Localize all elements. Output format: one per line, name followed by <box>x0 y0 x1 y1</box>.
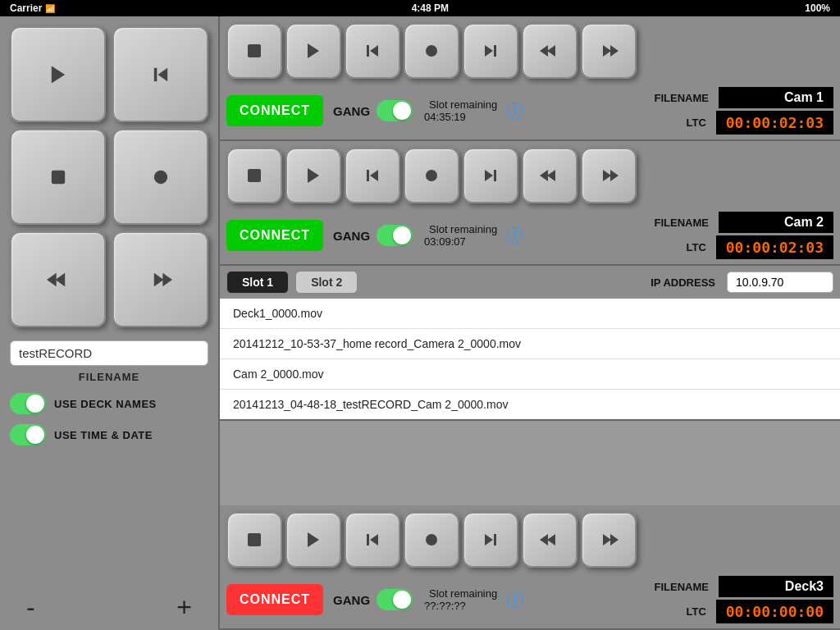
svg-marker-25 <box>485 170 493 181</box>
fast-forward-button[interactable] <box>112 231 208 327</box>
deck1-filename-row: FILENAME Cam 1 <box>655 87 833 108</box>
deck3-filename-ltc: FILENAME Deck3 LTC 00:00:00:00 <box>655 576 833 623</box>
deck2-rewind-button[interactable] <box>522 148 578 203</box>
deck2-filename-row: FILENAME Cam 2 <box>655 212 833 233</box>
svg-marker-17 <box>540 45 548 57</box>
deck3-fastfwd-button[interactable] <box>581 512 637 568</box>
deck1-record-button[interactable] <box>404 23 459 79</box>
svg-marker-22 <box>370 170 378 181</box>
deck3-skip-fwd-button[interactable] <box>463 512 518 568</box>
deck1-rewind-button[interactable] <box>522 23 578 79</box>
svg-marker-39 <box>540 534 548 546</box>
deck1-connect-button[interactable]: CONNECT <box>226 95 323 126</box>
play-button[interactable] <box>10 26 106 122</box>
use-deck-names-toggle[interactable] <box>10 393 46 414</box>
deck3-rewind-button[interactable] <box>522 512 578 568</box>
deck1-ltc-key: LTC <box>686 116 705 129</box>
slot2-button[interactable]: Slot 2 <box>295 271 358 294</box>
svg-marker-38 <box>547 534 555 546</box>
deck2-ltc-key: LTC <box>686 241 705 253</box>
deck3-gang-toggle[interactable] <box>377 589 413 610</box>
record-button[interactable] <box>112 129 208 225</box>
svg-marker-8 <box>162 272 172 285</box>
deck2-record-button[interactable] <box>404 148 459 203</box>
deck1-play-button[interactable] <box>285 23 341 79</box>
svg-marker-41 <box>610 534 619 546</box>
deck3-skip-back-button[interactable] <box>345 512 400 568</box>
file-item-0[interactable]: Deck1_0000.mov <box>220 299 840 329</box>
file-item-2[interactable]: Cam 2_0000.mov <box>220 359 840 390</box>
deck3-stop-button[interactable] <box>226 512 282 568</box>
file-item-1[interactable]: 20141212_10-53-37_home record_Camera 2_0… <box>220 329 840 359</box>
deck3-connect-button[interactable]: CONNECT <box>226 584 323 615</box>
deck1-skip-back-button[interactable] <box>345 23 400 79</box>
deck1-ltc-row: LTC 00:00:02:03 <box>686 111 833 135</box>
svg-marker-32 <box>308 532 319 547</box>
deck1-slot-time: 04:35:19 <box>424 111 497 123</box>
svg-marker-33 <box>370 534 378 546</box>
svg-rect-15 <box>494 45 496 57</box>
skip-back-button[interactable] <box>112 26 208 122</box>
svg-marker-6 <box>47 272 57 285</box>
deck3-play-button[interactable] <box>285 512 341 568</box>
deck3-info-icon[interactable]: i <box>507 591 523 608</box>
deck2-section: CONNECT GANG Slot remaining 03:09:07 i F… <box>220 141 840 266</box>
deck2-stop-button[interactable] <box>226 148 282 203</box>
deck1-filename-value: Cam 1 <box>719 87 833 108</box>
deck2-filename-value: Cam 2 <box>719 212 833 233</box>
deck3-filename-row: FILENAME Deck3 <box>655 576 833 597</box>
deck2-play-button[interactable] <box>285 148 341 203</box>
plus-button[interactable]: + <box>176 594 192 620</box>
svg-rect-26 <box>494 170 496 181</box>
deck1-skip-fwd-button[interactable] <box>463 23 518 79</box>
minus-button[interactable]: - <box>26 594 35 620</box>
stop-button[interactable] <box>10 129 106 225</box>
use-time-date-toggle[interactable] <box>10 424 46 445</box>
svg-marker-16 <box>547 45 555 57</box>
deck2-info-icon[interactable]: i <box>507 227 523 244</box>
svg-marker-1 <box>158 67 167 80</box>
deck2-skip-fwd-button[interactable] <box>463 148 518 203</box>
deck2-gang-toggle[interactable] <box>377 225 413 246</box>
deck1-transport-row <box>220 16 840 82</box>
svg-marker-7 <box>153 272 163 285</box>
status-bar: Carrier 📶 4:48 PM 100% <box>0 0 840 16</box>
svg-marker-11 <box>370 45 378 57</box>
deck3-slot-time: ??:??:?? <box>424 600 497 612</box>
slot1-button[interactable]: Slot 1 <box>226 271 289 294</box>
svg-rect-31 <box>248 533 261 546</box>
deck2-skip-back-button[interactable] <box>345 148 400 203</box>
deck1-fastfwd-button[interactable] <box>581 23 637 79</box>
svg-marker-0 <box>51 66 64 83</box>
deck2-filename-ltc: FILENAME Cam 2 LTC 00:00:02:03 <box>655 212 833 259</box>
deck2-gang-label: GANG <box>333 229 370 243</box>
svg-marker-21 <box>308 168 319 183</box>
svg-marker-10 <box>308 43 319 58</box>
deck1-stop-button[interactable] <box>226 23 282 79</box>
use-deck-names-label: USE DECK NAMES <box>54 398 157 410</box>
svg-rect-34 <box>367 534 369 546</box>
deck2-slot-time: 03:09:07 <box>424 235 497 248</box>
svg-marker-19 <box>610 45 619 57</box>
plus-minus-row: - + <box>10 594 208 620</box>
rewind-button[interactable] <box>10 231 106 327</box>
deck3-section: CONNECT GANG Slot remaining ??:??:?? i F… <box>220 505 840 630</box>
carrier-wifi: Carrier 📶 <box>10 2 55 14</box>
svg-marker-27 <box>547 170 555 181</box>
deck1-slot-remaining-label: Slot remaining <box>429 98 497 111</box>
deck3-record-button[interactable] <box>404 512 459 568</box>
deck1-gang-toggle[interactable] <box>377 100 413 121</box>
battery-level: 100% <box>805 2 830 14</box>
svg-rect-2 <box>153 67 157 80</box>
deck2-fastfwd-button[interactable] <box>581 148 637 203</box>
deck2-connect-button[interactable]: CONNECT <box>226 220 323 251</box>
deck3-filename-value: Deck3 <box>719 576 833 597</box>
svg-rect-23 <box>367 170 369 181</box>
filename-input[interactable] <box>10 340 208 366</box>
svg-marker-30 <box>610 170 619 181</box>
deck1-info-icon[interactable]: i <box>507 103 523 119</box>
file-item-3[interactable]: 20141213_04-48-18_testRECORD_Cam 2_0000.… <box>220 390 840 419</box>
use-time-date-row: USE TIME & DATE <box>10 424 208 445</box>
ip-address-input[interactable] <box>727 272 833 293</box>
deck3-ltc-row: LTC 00:00:00:00 <box>686 600 833 623</box>
